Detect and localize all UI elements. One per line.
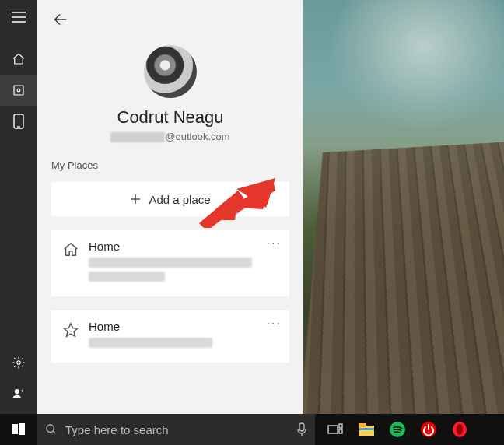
home-icon [62,241,79,258]
profile-panel: Codrut Neagu @outlook.com My Places Add … [37,0,303,414]
device-icon[interactable] [0,106,37,137]
start-button[interactable] [0,414,37,445]
settings-icon[interactable] [0,347,37,378]
svg-rect-34 [359,428,374,430]
search-box[interactable] [37,414,315,445]
windows-icon [12,423,25,436]
search-icon [45,423,58,436]
more-icon[interactable]: ··· [267,317,282,331]
mic-icon[interactable] [296,422,307,436]
svg-point-7 [17,361,21,365]
svg-rect-24 [19,429,25,435]
place-card[interactable]: ··· Home [51,230,289,296]
task-view-icon[interactable] [320,414,351,445]
my-places-label: My Places [51,159,289,171]
file-explorer-icon[interactable] [351,414,382,445]
home-icon[interactable] [0,44,37,75]
svg-line-26 [53,431,55,433]
spotify-icon[interactable] [382,414,413,445]
more-icon[interactable]: ··· [267,237,282,251]
app-sidebar: + [0,0,37,414]
places-nav-icon[interactable] [0,75,37,106]
taskbar [0,414,504,445]
svg-rect-30 [339,424,342,428]
place-address-redacted [89,258,252,268]
place-address-redacted [89,272,165,282]
add-place-button[interactable]: Add a place [51,182,289,216]
star-icon [62,321,79,338]
email-domain: @outlook.com [165,131,229,142]
svg-point-25 [47,425,54,432]
svg-rect-33 [359,423,366,427]
profile-name: Codrut Neagu [117,107,224,128]
svg-point-38 [457,424,463,435]
svg-rect-29 [328,426,338,433]
svg-point-8 [15,389,19,394]
avatar [144,45,197,98]
plus-icon [130,194,141,205]
email-local-redacted [110,132,165,142]
place-address-redacted [89,338,212,348]
svg-rect-31 [339,429,342,433]
opera-icon[interactable] [444,414,475,445]
svg-rect-23 [12,429,18,434]
svg-rect-27 [299,423,304,431]
search-input[interactable] [65,423,307,436]
place-title: Home [89,320,278,333]
place-card[interactable]: ··· Home [51,310,289,363]
profile-email: @outlook.com [110,131,229,142]
svg-rect-22 [19,423,25,429]
account-icon[interactable]: + [0,378,37,409]
svg-marker-13 [64,324,77,337]
svg-point-4 [17,89,20,92]
power-icon[interactable] [413,414,444,445]
svg-rect-21 [12,424,18,429]
add-place-label: Add a place [149,193,210,206]
svg-text:+: + [20,387,24,394]
back-button[interactable] [48,7,73,32]
svg-rect-3 [14,86,23,95]
hamburger-icon[interactable] [0,2,37,33]
place-title: Home [89,240,278,253]
